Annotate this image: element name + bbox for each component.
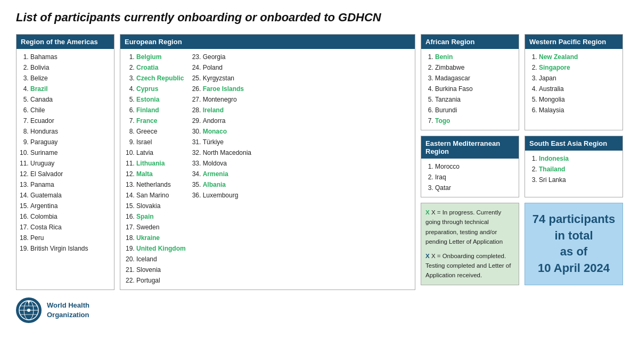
list-item: Bolivia [30,63,110,72]
total-suffix: in total [532,228,615,244]
list-item: Ecuador [30,116,110,126]
list-item: Cyprus [136,84,186,94]
south-east-asia-header: South East Asia Region [525,136,622,151]
list-item: Burkina Faso [435,84,514,94]
right-column: African Region BeninZimbabweMadagascarBu… [421,34,623,290]
bottom-right-grid: X X = In progress. Currently going throu… [421,203,623,285]
list-item: Luxembourg [203,191,251,200]
list-item: Netherlands [136,180,186,189]
list-item: Burundi [435,105,514,115]
list-item: Canada [30,95,110,104]
americas-header: Region of the Americas [17,35,114,49]
page-title: List of participants currently onboardin… [16,11,623,24]
list-item: Belgium [136,52,186,62]
list-item: Benin [435,52,514,62]
legend-in-progress: X X = In progress. Currently going throu… [425,208,514,247]
list-item: Costa Rica [30,222,110,232]
svg-point-5 [27,309,30,312]
list-item: Moldova [203,159,251,168]
list-item: Greece [136,127,186,136]
list-item: Iraq [435,172,514,182]
list-item: Guatemala [30,191,110,200]
list-item: Ukraine [136,233,186,243]
list-item: Slovakia [136,201,186,211]
legend-completed-text: X = Onboarding completed. Testing comple… [425,253,511,279]
list-item: Albania [203,180,251,189]
list-item: Mongolia [539,95,618,104]
list-item: Finland [136,105,186,115]
list-item: Latvia [136,148,186,158]
list-item: Morocco [435,162,514,171]
total-text: 74 participants in total as of 10 April … [532,211,615,277]
list-item: Poland [203,63,251,72]
list-item: Sri Lanka [539,175,618,185]
list-item: Iceland [136,254,186,264]
eastern-med-region: Eastern Mediterranean Region MoroccoIraq… [421,136,519,197]
list-item: Andorra [203,116,251,126]
top-right-grid: African Region BeninZimbabweMadagascarBu… [421,34,623,130]
list-item: Slovenia [136,265,186,275]
list-item: Chile [30,105,110,115]
list-item: Faroe Islands [203,84,251,94]
list-item: Panama [30,180,110,189]
legend-box: X X = In progress. Currently going throu… [421,203,519,285]
eastern-med-content: MoroccoIraqQatar [421,159,519,197]
list-item: New Zealand [539,52,618,62]
list-item: Singapore [539,63,618,72]
list-item: Honduras [30,127,110,136]
african-region: African Region BeninZimbabweMadagascarBu… [421,34,519,130]
list-item: Tanzania [435,95,514,104]
list-item: Estonia [136,95,186,104]
european-col1: BelgiumCroatiaCzech RepublicCyprusEstoni… [125,52,186,286]
eastern-med-header: Eastern Mediterranean Region [421,136,519,159]
list-item: Sweden [136,222,186,232]
list-item: Japan [539,73,618,83]
legend-x-green: X [425,209,430,216]
total-count: 74 participants [532,211,615,228]
list-item: Paraguay [30,137,110,147]
list-item: Malta [136,169,186,179]
list-item: Türkiye [203,137,251,147]
who-footer: World HealthOrganization [16,297,623,323]
european-col2: GeorgiaPolandKyrgyzstanFaroe IslandsMont… [191,52,251,286]
european-region: European Region BelgiumCroatiaCzech Repu… [120,34,415,290]
list-item: El Salvador [30,169,110,179]
list-item: British Virgin Islands [30,244,110,253]
list-item: Malaysia [539,105,618,115]
south-east-asia-content: IndonesiaThailandSri Lanka [525,151,622,189]
list-item: Uruguay [30,159,110,168]
middle-right-grid: Eastern Mediterranean Region MoroccoIraq… [421,136,623,197]
list-item: Qatar [435,183,514,193]
list-item: Zimbabwe [435,63,514,72]
legend-in-progress-text: X = In progress. Currently going through… [425,209,503,245]
south-east-asia-region: South East Asia Region IndonesiaThailand… [525,136,623,197]
list-item: Peru [30,233,110,243]
list-item: France [136,116,186,126]
european-content: BelgiumCroatiaCzech RepublicCyprusEstoni… [120,49,415,289]
european-header: European Region [120,35,415,49]
list-item: Monaco [203,127,251,136]
list-item: Kyrgyzstan [203,73,251,83]
western-pacific-content: New ZealandSingaporeJapanAustraliaMongol… [525,49,622,119]
list-item: Madagascar [435,73,514,83]
legend-x-blue: X [425,253,430,259]
total-date: 10 April 2024 [532,260,615,277]
americas-content: BahamasBoliviaBelizeBrazilCanadaChileEcu… [17,49,114,258]
list-item: Australia [539,84,618,94]
list-item: Czech Republic [136,73,186,83]
who-logo [16,297,42,323]
list-item: Thailand [539,164,618,174]
list-item: North Macedonia [203,148,251,158]
list-item: Lithuania [136,159,186,168]
list-item: Ireland [203,105,251,115]
african-content: BeninZimbabweMadagascarBurkina FasoTanza… [421,49,519,130]
western-pacific-region: Western Pacific Region New ZealandSingap… [525,34,623,130]
list-item: United Kingdom [136,244,186,253]
list-item: Belize [30,73,110,83]
svg-marker-7 [27,301,30,304]
list-item: Israel [136,137,186,147]
list-item: Suriname [30,148,110,158]
list-item: Spain [136,212,186,221]
list-item: Colombia [30,212,110,221]
list-item: San Marino [136,191,186,200]
